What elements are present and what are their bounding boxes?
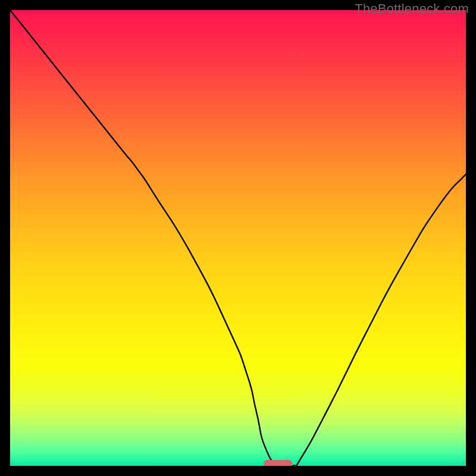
watermark-text: TheBottleneck.com	[355, 1, 469, 17]
chart-frame: TheBottleneck.com	[0, 0, 476, 476]
bottleneck-curve	[10, 10, 466, 466]
plot-area	[10, 10, 466, 466]
optimal-range-marker	[264, 460, 292, 466]
